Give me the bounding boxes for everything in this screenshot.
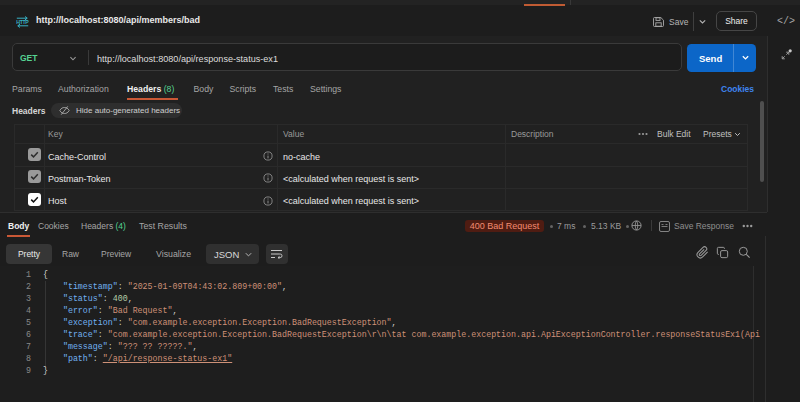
svg-text:HTTP: HTTP [16,19,29,25]
